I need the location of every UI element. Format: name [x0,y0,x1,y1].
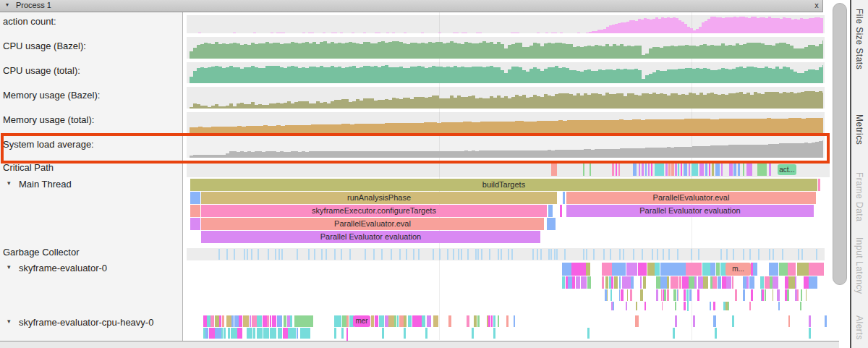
cpu-heavy-slice[interactable] [506,315,509,327]
evaluator0-slice[interactable] [812,276,817,289]
gc-event[interactable] [782,249,783,260]
critical-path-event[interactable] [639,164,640,176]
evaluator0-slice[interactable] [760,276,764,289]
evaluator0-slice[interactable] [602,263,612,276]
gc-event[interactable] [652,249,653,260]
cpu-heavy-slice[interactable] [417,315,422,327]
cpu-heavy-slice[interactable] [284,315,286,327]
critical-path-event[interactable] [692,164,698,176]
gc-event[interactable] [326,249,327,260]
evaluator0-slice[interactable] [804,276,809,289]
gc-event[interactable] [349,249,351,260]
evaluator0-slice[interactable] [801,289,802,301]
critical-path-event[interactable] [675,164,677,176]
evaluator0-slice[interactable] [684,302,686,310]
critical-path-event[interactable] [648,164,650,176]
evaluator0-slice[interactable] [689,289,692,301]
gc-event[interactable] [413,249,414,260]
evaluator0-slice[interactable] [621,289,624,301]
cpu-heavy-slice[interactable] [290,315,292,327]
evaluator0-slice[interactable] [788,263,796,276]
gc-event[interactable] [668,249,670,260]
thread-label-skyframe-evaluator-0[interactable]: skyframe-evaluator-0 [19,263,107,273]
evaluator0-slice[interactable] [773,289,773,301]
evaluator0-slice[interactable] [778,302,780,310]
cpu-heavy-slice[interactable] [293,328,296,339]
critical-path-event[interactable] [699,164,704,176]
gc-event[interactable] [226,249,228,260]
evaluator0-slice[interactable] [616,276,618,289]
cpu-heavy-slice[interactable] [477,315,480,327]
evaluator0-slice[interactable] [656,289,658,301]
gc-event[interactable] [554,249,556,260]
evaluator0-slice[interactable] [797,263,809,276]
critical-path-event[interactable] [651,164,652,176]
cpu-heavy-slice[interactable] [788,315,790,327]
cpu-heavy-slice[interactable] [493,328,495,339]
slice[interactable] [190,205,200,217]
evaluator0-badge[interactable]: m... [726,263,751,276]
evaluator0-slice[interactable] [710,302,711,310]
evaluator0-slice[interactable] [800,302,801,310]
gc-event[interactable] [619,249,621,260]
cpu-heavy-slice[interactable] [425,328,427,339]
cpu-heavy-slice[interactable] [514,315,515,327]
evaluator0-slice[interactable] [562,276,565,289]
evaluator0-slice[interactable] [749,276,754,289]
evaluator0-slice[interactable] [667,276,669,289]
gc-event[interactable] [583,249,584,260]
cpu-heavy-slice[interactable] [231,315,234,327]
cpu-heavy-slice[interactable] [498,315,499,327]
evaluator0-slice[interactable] [765,276,770,289]
evaluator0-slice[interactable] [788,276,795,289]
cpu-heavy-slice[interactable] [247,328,252,339]
gc-event[interactable] [439,249,441,260]
cpu-heavy-slice[interactable] [215,328,221,339]
critical-path-event[interactable] [757,164,767,176]
cpu-heavy-slice[interactable] [231,328,237,339]
critical-path-event[interactable] [715,164,720,176]
evaluator0-slice[interactable] [636,302,637,310]
critical-path-event[interactable] [705,164,707,176]
slice[interactable] [190,218,200,230]
cpu-heavy-slice[interactable] [226,315,231,327]
slice[interactable] [547,218,556,230]
evaluator0-slice[interactable] [684,289,686,301]
gc-event[interactable] [341,249,342,260]
slice-parallel-evaluator-evaluation[interactable]: Parallel Evaluator evaluation [566,205,814,217]
gc-event[interactable] [251,249,252,260]
evaluator0-slice[interactable] [697,289,699,301]
cpu-heavy-slice[interactable] [375,315,378,327]
gc-event[interactable] [586,249,587,260]
cpu-heavy-slice[interactable] [809,315,811,327]
gc-event[interactable] [816,249,817,260]
gc-event[interactable] [475,249,477,260]
gc-event[interactable] [244,249,245,260]
gc-event[interactable] [769,249,770,260]
gc-event[interactable] [247,249,248,260]
evaluator0-slice[interactable] [787,289,789,301]
evaluator0-slice[interactable] [728,302,729,310]
gc-event[interactable] [314,249,315,260]
evaluator0-slice[interactable] [678,289,678,301]
evaluator0-slice[interactable] [631,276,634,289]
cpu-heavy-slice[interactable] [243,315,249,327]
cpu-heavy-slice[interactable] [346,315,349,327]
close-button[interactable]: x [812,1,822,9]
gc-event[interactable] [467,249,469,260]
gc-event[interactable] [603,249,605,260]
cpu-heavy-badge[interactable]: mer [353,315,370,327]
cpu-heavy-slice[interactable] [474,315,477,327]
thread-label-skyframe-evaluator-cpu-heavy-0-collapse-icon[interactable]: ▾ [7,318,11,325]
cpu-heavy-slice[interactable] [371,315,374,327]
slice-buildtargets[interactable]: buildTargets [190,179,817,191]
gc-event[interactable] [720,249,722,260]
evaluator0-slice[interactable] [662,302,663,310]
cpu-heavy-slice[interactable] [394,315,396,327]
gc-event[interactable] [537,249,538,260]
evaluator0-slice[interactable] [689,276,694,289]
cpu-heavy-slice[interactable] [493,315,495,327]
evaluator0-slice[interactable] [612,263,626,276]
gc-event[interactable] [234,249,235,260]
cpu-heavy-slice[interactable] [205,328,208,339]
